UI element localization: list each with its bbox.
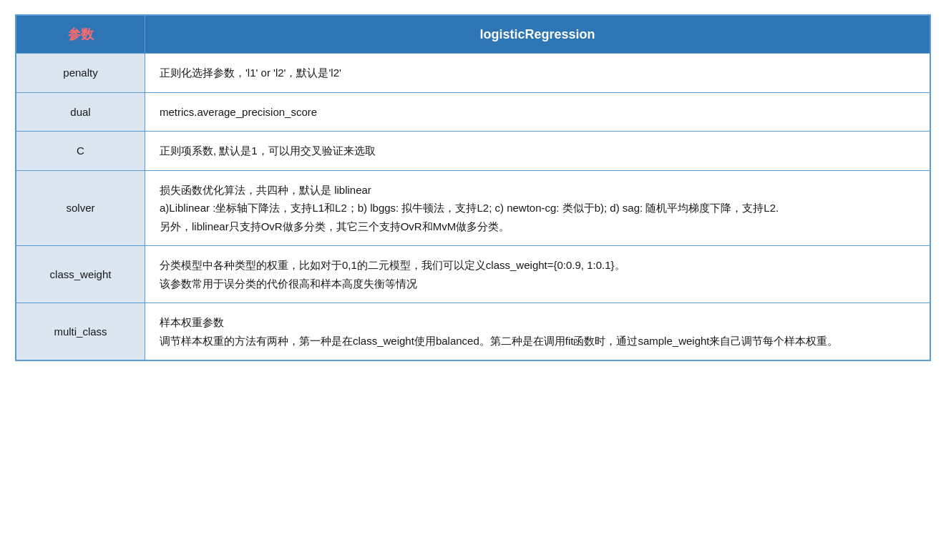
table-row: dualmetrics.average_precision_score: [16, 92, 930, 132]
param-name-cell: class_weight: [16, 246, 145, 303]
header-param: 参数: [16, 16, 145, 54]
table-row: C正则项系数, 默认是1，可以用交叉验证来选取: [16, 132, 930, 171]
table-row: solver损失函数优化算法，共四种，默认是 liblineara)Liblin…: [16, 170, 930, 246]
description-cell: 损失函数优化算法，共四种，默认是 liblineara)Liblinear :坐…: [145, 170, 930, 246]
table-row: penalty正则化选择参数，'l1' or 'l2'，默认是'l2': [16, 54, 930, 93]
param-name-cell: dual: [16, 92, 145, 132]
description-cell: metrics.average_precision_score: [145, 92, 930, 132]
param-name-cell: penalty: [16, 54, 145, 93]
description-cell: 正则化选择参数，'l1' or 'l2'，默认是'l2': [145, 54, 930, 93]
description-cell: 正则项系数, 默认是1，可以用交叉验证来选取: [145, 132, 930, 171]
description-cell: 样本权重参数调节样本权重的方法有两种，第一种是在class_weight使用ba…: [145, 303, 930, 360]
header-class: logisticRegression: [145, 16, 930, 54]
param-name-cell: solver: [16, 170, 145, 246]
param-name-cell: multi_class: [16, 303, 145, 360]
main-table: 参数 logisticRegression penalty正则化选择参数，'l1…: [15, 14, 931, 361]
table-row: class_weight分类模型中各种类型的权重，比如对于0,1的二元模型，我们…: [16, 246, 930, 303]
table-row: multi_class样本权重参数调节样本权重的方法有两种，第一种是在class…: [16, 303, 930, 360]
description-cell: 分类模型中各种类型的权重，比如对于0,1的二元模型，我们可以定义class_we…: [145, 246, 930, 303]
param-name-cell: C: [16, 132, 145, 171]
